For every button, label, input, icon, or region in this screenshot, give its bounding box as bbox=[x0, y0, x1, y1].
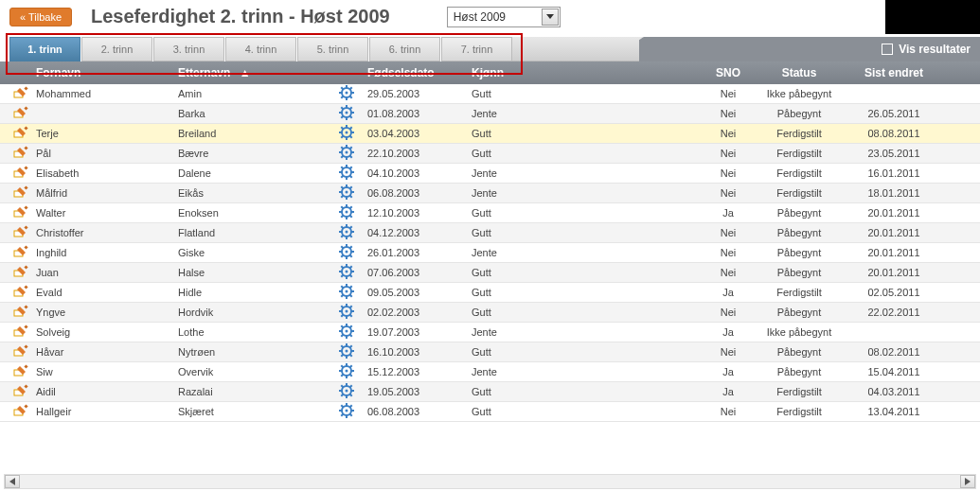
cell-sno: Ja bbox=[704, 386, 752, 397]
tab-3-trinn[interactable]: 3. trinn bbox=[153, 37, 224, 61]
edit-icon[interactable] bbox=[13, 265, 28, 278]
table-row[interactable]: InghildGiske26.01.2003JenteNeiPåbegynt20… bbox=[0, 243, 980, 263]
svg-line-25 bbox=[341, 116, 343, 118]
edit-icon[interactable] bbox=[13, 225, 28, 238]
svg-point-109 bbox=[346, 251, 348, 254]
col-header-etternavn[interactable]: Etternavn ▲ bbox=[174, 66, 335, 79]
table-row[interactable]: MohammedAmin29.05.2003GuttNeiIkke påbegy… bbox=[0, 84, 980, 104]
black-overlay bbox=[885, 0, 980, 34]
gear-icon[interactable] bbox=[339, 145, 354, 160]
scroll-track[interactable] bbox=[20, 475, 960, 488]
edit-icon[interactable] bbox=[13, 364, 28, 377]
edit-icon[interactable] bbox=[13, 384, 28, 397]
tab-4-trinn[interactable]: 4. trinn bbox=[225, 37, 296, 61]
vis-resultater-checkbox[interactable] bbox=[882, 44, 893, 55]
cell-kjonn: Jente bbox=[468, 366, 704, 377]
gear-icon[interactable] bbox=[339, 264, 354, 279]
cell-status: Påbegynt bbox=[752, 207, 846, 219]
cell-sno: Nei bbox=[704, 167, 752, 179]
gear-icon[interactable] bbox=[339, 184, 354, 200]
table-row[interactable]: SolveigLothe19.07.2003JenteJaIkke påbegy… bbox=[0, 323, 980, 342]
horizontal-scrollbar[interactable] bbox=[4, 474, 976, 489]
tab-1-trinn[interactable]: 1. trinn bbox=[9, 37, 80, 61]
col-header-sist-endret[interactable]: Sist endret bbox=[846, 66, 941, 79]
edit-icon[interactable] bbox=[13, 205, 28, 219]
period-dropdown[interactable]: Høst 2009 bbox=[447, 7, 561, 27]
svg-line-219 bbox=[350, 414, 352, 416]
edit-icon[interactable] bbox=[13, 245, 28, 258]
table-row[interactable]: JuanHalse07.06.2003GuttNeiPåbegynt20.01.… bbox=[0, 263, 980, 283]
edit-icon[interactable] bbox=[13, 404, 28, 417]
edit-icon[interactable] bbox=[13, 324, 28, 338]
svg-line-51 bbox=[341, 156, 343, 158]
tab-2-trinn[interactable]: 2. trinn bbox=[81, 37, 152, 61]
edit-icon[interactable] bbox=[13, 285, 28, 298]
gear-icon[interactable] bbox=[339, 204, 354, 219]
gear-icon[interactable] bbox=[339, 244, 354, 259]
col-header-kjonn[interactable]: Kjønn bbox=[468, 66, 704, 79]
svg-line-89 bbox=[350, 216, 352, 218]
cell-fornavn: Juan bbox=[32, 267, 174, 278]
col-header-etternavn-label: Etternavn bbox=[178, 66, 230, 79]
table-row[interactable]: ElisabethDalene04.10.2003JenteNeiFerdigs… bbox=[0, 164, 980, 184]
back-button[interactable]: « Tilbake bbox=[9, 8, 72, 26]
gear-icon[interactable] bbox=[339, 284, 354, 299]
tab-6-trinn[interactable]: 6. trinn bbox=[369, 37, 440, 61]
gear-icon[interactable] bbox=[339, 304, 354, 319]
table-row[interactable]: PålBævre22.10.2003GuttNeiFerdigstilt23.0… bbox=[0, 144, 980, 164]
table-row[interactable]: EvaldHidle09.05.2003GuttJaFerdigstilt02.… bbox=[0, 283, 980, 303]
col-header-fornavn[interactable]: Fornavn bbox=[32, 66, 174, 79]
tab-5-trinn[interactable]: 5. trinn bbox=[297, 37, 368, 61]
svg-line-193 bbox=[350, 375, 352, 377]
scroll-right-icon[interactable] bbox=[960, 475, 975, 488]
edit-icon[interactable] bbox=[13, 185, 28, 199]
cell-status: Påbegynt bbox=[752, 346, 846, 358]
cell-kjonn: Gutt bbox=[468, 148, 704, 159]
gear-icon[interactable] bbox=[339, 383, 354, 398]
svg-line-90 bbox=[341, 216, 343, 218]
table-row[interactable]: HallgeirSkjæret06.08.2003GuttNeiFerdigst… bbox=[0, 402, 980, 422]
table-row[interactable]: WalterEnoksen12.10.2003GuttJaPåbegynt20.… bbox=[0, 203, 980, 223]
svg-line-218 bbox=[341, 405, 343, 407]
svg-line-130 bbox=[350, 266, 352, 268]
gear-icon[interactable] bbox=[339, 85, 354, 100]
gear-icon[interactable] bbox=[339, 105, 354, 120]
cell-sno: Nei bbox=[704, 267, 752, 278]
svg-point-135 bbox=[346, 290, 348, 293]
edit-icon[interactable] bbox=[13, 146, 28, 159]
gear-icon[interactable] bbox=[339, 324, 354, 339]
cell-fodselsdato: 09.05.2003 bbox=[364, 287, 468, 298]
cell-sist-endret: 02.05.2011 bbox=[846, 287, 941, 298]
cell-etternavn: Nytrøen bbox=[174, 346, 335, 358]
svg-point-122 bbox=[346, 271, 348, 273]
cell-etternavn: Barka bbox=[174, 108, 335, 119]
table-row[interactable]: ChristofferFlatland04.12.2003GuttNeiPåbe… bbox=[0, 223, 980, 243]
gear-icon[interactable] bbox=[339, 343, 354, 359]
table-row[interactable]: YngveHordvik02.02.2003GuttNeiPåbegynt22.… bbox=[0, 303, 980, 323]
table-row[interactable]: SiwOvervik15.12.2003JenteJaPåbegynt15.04… bbox=[0, 362, 980, 382]
tab-7-trinn[interactable]: 7. trinn bbox=[441, 37, 512, 61]
gear-icon[interactable] bbox=[339, 363, 354, 378]
table-row[interactable]: TerjeBreiland03.04.2003GuttNeiFerdigstil… bbox=[0, 124, 980, 144]
table-row[interactable]: HåvarNytrøen16.10.2003GuttNeiPåbegynt08.… bbox=[0, 342, 980, 362]
svg-line-49 bbox=[341, 147, 343, 149]
edit-icon[interactable] bbox=[13, 166, 28, 179]
edit-icon[interactable] bbox=[13, 305, 28, 318]
table-row[interactable]: AidilRazalai19.05.2003GuttJaFerdigstilt0… bbox=[0, 382, 980, 402]
gear-icon[interactable] bbox=[339, 125, 354, 140]
gear-icon[interactable] bbox=[339, 224, 354, 239]
edit-icon[interactable] bbox=[13, 86, 28, 99]
col-header-sno[interactable]: SNO bbox=[704, 66, 752, 79]
table-row[interactable]: MålfridEikås06.08.2003JenteNeiFerdigstil… bbox=[0, 184, 980, 203]
col-header-status[interactable]: Status bbox=[752, 66, 846, 79]
gear-icon[interactable] bbox=[339, 403, 354, 418]
svg-rect-55 bbox=[24, 166, 27, 169]
col-header-fodselsdato[interactable]: Fødselsdato bbox=[364, 66, 468, 79]
gear-icon[interactable] bbox=[339, 165, 354, 180]
edit-icon[interactable] bbox=[13, 344, 28, 358]
cell-etternavn: Bævre bbox=[174, 148, 335, 159]
edit-icon[interactable] bbox=[13, 126, 28, 139]
scroll-left-icon[interactable] bbox=[5, 475, 20, 488]
edit-icon[interactable] bbox=[13, 106, 28, 119]
table-row[interactable]: Barka01.08.2003JenteNeiPåbegynt26.05.201… bbox=[0, 104, 980, 124]
